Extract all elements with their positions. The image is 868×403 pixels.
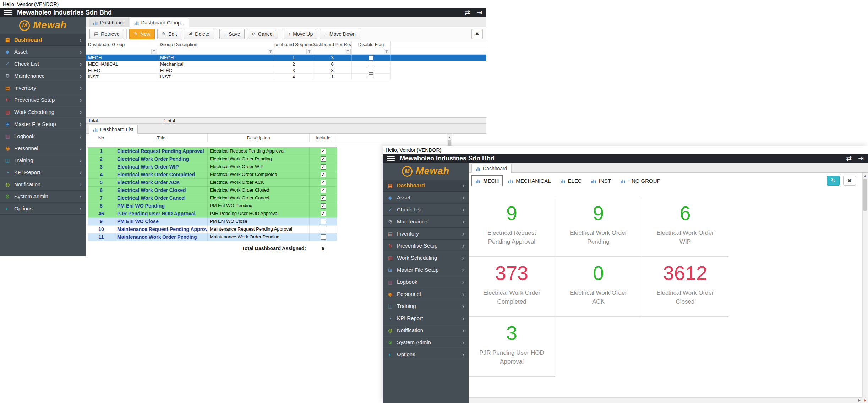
sidebar-item[interactable]: ⊞ Master File Setup ›	[383, 264, 469, 276]
dashboard-horizontal-scrollbar[interactable]: ▶	[469, 397, 862, 403]
filter-funnel-icon[interactable]	[345, 49, 351, 54]
toolbar-button[interactable]: ↓ Save	[219, 29, 245, 39]
filter-cell[interactable]	[274, 48, 313, 54]
include-checkbox[interactable]	[321, 227, 326, 232]
dashboard-close-button[interactable]: ✖	[843, 176, 856, 186]
list-column-header[interactable]: Title	[115, 134, 208, 142]
sync-icon[interactable]: ⇄	[846, 155, 852, 162]
disable-flag-checkbox[interactable]	[369, 74, 373, 79]
column-header[interactable]: Disable Flag	[352, 41, 391, 48]
sidebar-item[interactable]: ◉ Personnel ›	[383, 288, 469, 300]
filter-funnel-icon[interactable]	[151, 49, 157, 54]
toolbar-button[interactable]: ↓ Move Down	[320, 29, 360, 39]
sidebar-item[interactable]: ⊞ Master File Setup ›	[0, 118, 86, 130]
sync-icon[interactable]: ⇄	[464, 9, 470, 16]
sidebar-item[interactable]: ◫ Training ›	[383, 300, 469, 312]
document-tab[interactable]: Dashboard Group...	[130, 18, 189, 27]
kpi-card[interactable]: 9 Electrical Request Pending Approval	[469, 197, 555, 257]
sidebar-item[interactable]: ◐ Options ›	[383, 348, 469, 360]
toolbar-button[interactable]: ↑ Move Up	[284, 29, 318, 39]
include-checkbox[interactable]	[321, 164, 326, 170]
sidebar-item[interactable]: ▥ Logbook ›	[0, 130, 86, 142]
kpi-card[interactable]: 3 PJR Pending User HOD Approval	[469, 317, 555, 377]
group-grid-row[interactable]: INST INST 4 1	[86, 74, 486, 80]
filter-cell[interactable]	[352, 48, 391, 54]
kpi-card[interactable]: 9 Electrical Work Order Pending	[555, 197, 642, 257]
kpi-card[interactable]: 373 Electrical Work Order Completed	[469, 257, 555, 317]
column-header[interactable]: Dashboard Sequence	[274, 41, 313, 48]
sidebar-item[interactable]: ◔ KPI Report ›	[383, 312, 469, 324]
sidebar-item[interactable]: ◉ Personnel ›	[0, 142, 86, 154]
sidebar-item[interactable]: ◆ Asset ›	[0, 46, 86, 58]
sidebar-item[interactable]: ↻ Preventive Setup ›	[0, 94, 86, 106]
sidebar-item[interactable]: ◫ Training ›	[0, 154, 86, 166]
dashboard-group-tab[interactable]: MECHANICAL	[504, 175, 555, 186]
kpi-card[interactable]: 3612 Electrical Work Order Closed	[642, 257, 728, 317]
sidebar-item[interactable]: ◔ KPI Report ›	[0, 166, 86, 178]
include-checkbox[interactable]	[321, 156, 326, 162]
scroll-thumb[interactable]	[863, 179, 867, 211]
sidebar-item[interactable]: ◍ Notification ›	[0, 178, 86, 191]
filter-funnel-icon[interactable]	[384, 49, 389, 54]
include-checkbox[interactable]	[321, 180, 326, 185]
sidebar-item[interactable]: ▥ Logbook ›	[383, 276, 469, 288]
sidebar-item[interactable]: ◐ Options ›	[0, 203, 86, 215]
dashboard-group-tab[interactable]: MECH	[471, 175, 503, 186]
include-checkbox[interactable]	[321, 219, 326, 224]
scroll-right-icon[interactable]: ▶	[857, 398, 862, 403]
toolbar-button[interactable]: ▤ Retrieve	[89, 29, 124, 39]
sidebar-item[interactable]: ⚙ Maintenance ›	[383, 216, 469, 228]
sidebar-item[interactable]: ✓ Check List ›	[0, 58, 86, 70]
dashboard-group-tab[interactable]: ELEC	[556, 175, 586, 186]
include-checkbox[interactable]	[321, 188, 326, 193]
filter-cell[interactable]	[86, 48, 158, 54]
sidebar-item[interactable]: ⚙ System Admin ›	[383, 336, 469, 348]
kpi-card[interactable]: 6 Electrical Work Order WIP	[642, 197, 728, 257]
include-checkbox[interactable]	[321, 211, 326, 216]
kpi-card[interactable]: 0 Electrical Work Order ACK	[555, 257, 642, 317]
sidebar-item[interactable]: ▧ Work Scheduling ›	[0, 106, 86, 118]
toolbar-button[interactable]: ✎ New	[129, 29, 155, 39]
toolbar-button[interactable]: ⊘ Cancel	[247, 29, 278, 39]
dashboard-group-tab[interactable]: INST	[587, 175, 615, 186]
disable-flag-checkbox[interactable]	[369, 55, 373, 60]
sidebar-item[interactable]: ▦ Dashboard ›	[383, 180, 469, 192]
sidebar-item[interactable]: ◍ Notification ›	[383, 324, 469, 336]
sidebar-item[interactable]: ⚙ System Admin ›	[0, 191, 86, 203]
list-column-header[interactable]: Description	[208, 134, 310, 142]
sidebar-item[interactable]: ✓ Check List ›	[383, 204, 469, 216]
sidebar-item[interactable]: ▦ Dashboard ›	[0, 34, 86, 46]
hamburger-menu-icon[interactable]	[387, 156, 395, 161]
include-checkbox[interactable]	[321, 195, 326, 201]
filter-cell[interactable]	[158, 48, 274, 54]
filter-funnel-icon[interactable]	[268, 49, 273, 54]
column-header[interactable]: Group Description	[158, 41, 274, 48]
refresh-button[interactable]: ↻	[827, 176, 840, 186]
column-header[interactable]: Dashboard Group	[86, 41, 158, 48]
sidebar-item[interactable]: ▧ Work Scheduling ›	[383, 252, 469, 264]
dashboard-group-tab[interactable]: * NO GROUP	[616, 175, 665, 186]
toolbar-button[interactable]: ✖ Delete	[184, 29, 214, 39]
logout-icon[interactable]: ⇥	[858, 155, 864, 162]
panel-close-button[interactable]: ✖	[471, 29, 483, 39]
sidebar-item[interactable]: ◆ Asset ›	[383, 192, 469, 204]
document-tab[interactable]: Dashboard	[89, 18, 129, 27]
column-header[interactable]: Dashboard Per Row	[313, 41, 352, 48]
sidebar-item[interactable]: ↻ Preventive Setup ›	[383, 240, 469, 252]
scroll-up-icon[interactable]: ▲	[863, 173, 868, 178]
list-column-header[interactable]: Include	[310, 134, 337, 142]
logout-icon[interactable]: ⇥	[476, 9, 482, 16]
toolbar-button[interactable]: ✎ Edit	[157, 29, 181, 39]
hamburger-menu-icon[interactable]	[4, 10, 12, 15]
include-checkbox[interactable]	[321, 203, 326, 209]
dashboard-vertical-scrollbar[interactable]: ▲	[862, 173, 868, 397]
include-checkbox[interactable]	[321, 172, 326, 177]
disable-flag-checkbox[interactable]	[369, 62, 373, 66]
document-tab[interactable]: Dashboard	[471, 164, 512, 173]
group-grid-row[interactable]: MECHANICAL Mechanical 2 0	[86, 61, 486, 67]
sidebar-item[interactable]: ▤ Inventory ›	[383, 228, 469, 240]
sidebar-item[interactable]: ⚙ Maintenance ›	[0, 70, 86, 82]
include-checkbox[interactable]	[321, 234, 326, 240]
filter-cell[interactable]	[313, 48, 352, 54]
sidebar-item[interactable]: ▤ Inventory ›	[0, 82, 86, 94]
